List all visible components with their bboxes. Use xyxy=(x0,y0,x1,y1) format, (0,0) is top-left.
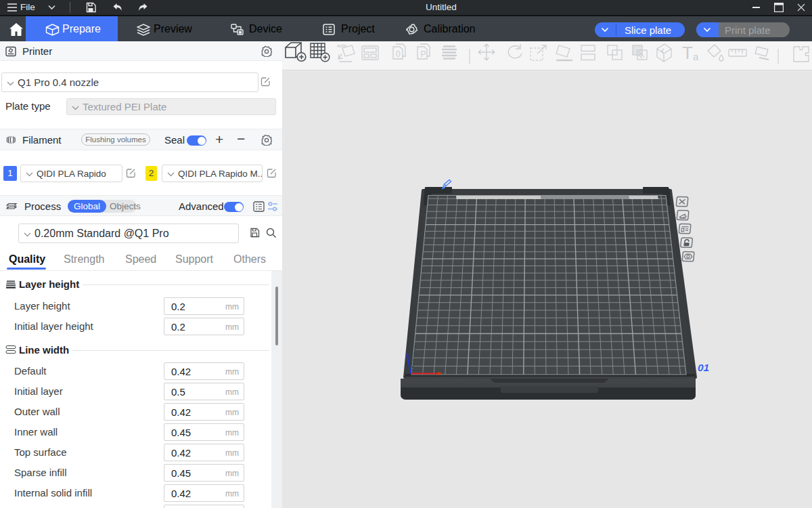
svg-text:01: 01 xyxy=(698,362,709,373)
svg-text:0: 0 xyxy=(396,49,401,59)
svg-text:T: T xyxy=(682,43,693,63)
svg-text:P: P xyxy=(421,49,426,59)
svg-text:a: a xyxy=(693,51,699,62)
